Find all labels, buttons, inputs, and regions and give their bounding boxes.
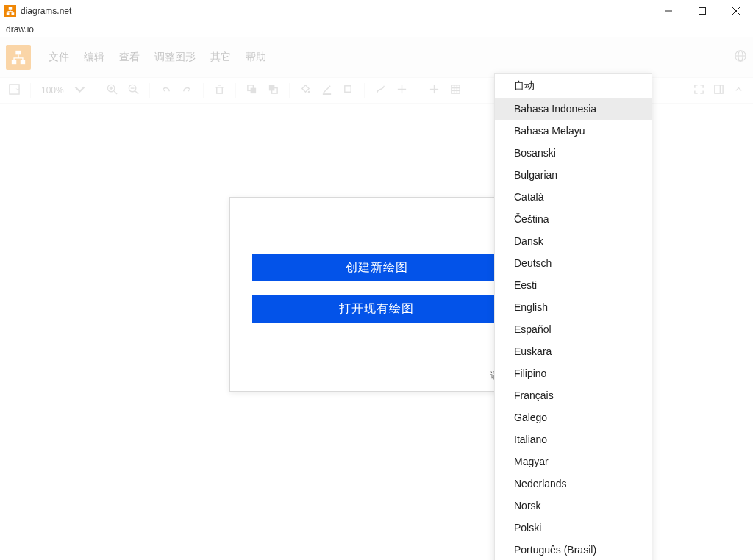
svg-rect-4 — [699, 8, 706, 15]
language-dropdown: 自动Bahasa IndonesiaBahasa MelayuBosanskiB… — [494, 73, 652, 560]
language-option[interactable]: Magyar — [495, 450, 652, 473]
language-option[interactable]: Galego — [495, 406, 652, 428]
language-option[interactable]: Català — [495, 186, 652, 208]
svg-rect-0 — [9, 7, 13, 10]
language-option[interactable]: English — [495, 296, 652, 318]
language-option[interactable]: Eesti — [495, 274, 652, 296]
language-option[interactable]: Nederlands — [495, 473, 652, 495]
language-option[interactable]: Bahasa Melayu — [495, 120, 652, 142]
language-option[interactable]: Dansk — [495, 230, 652, 252]
create-new-diagram-button[interactable]: 创建新绘图 — [252, 254, 501, 281]
language-option[interactable]: Français — [495, 384, 652, 406]
window-title: diagrams.net — [21, 6, 71, 16]
language-option[interactable]: Bulgarian — [495, 164, 652, 186]
app-icon — [4, 5, 16, 17]
window-minimize-button[interactable] — [652, 0, 685, 22]
language-option[interactable]: 自动 — [495, 74, 652, 98]
language-option[interactable]: Čeština — [495, 208, 652, 230]
language-option[interactable]: Filipino — [495, 362, 652, 384]
window-maximize-button[interactable] — [685, 0, 719, 22]
language-dropdown-scroll[interactable]: 自动Bahasa IndonesiaBahasa MelayuBosanskiB… — [495, 74, 652, 560]
splash-dialog: 创建新绘图 打开现有绘图 语言 — [229, 197, 524, 392]
language-option[interactable]: Italiano — [495, 428, 652, 450]
window-close-button[interactable] — [719, 0, 753, 22]
document-title: draw.io — [0, 22, 753, 37]
language-option[interactable]: Português (Brasil) — [495, 539, 652, 560]
language-option[interactable]: Norsk — [495, 495, 652, 517]
language-option[interactable]: Polski — [495, 517, 652, 539]
svg-rect-2 — [12, 12, 15, 15]
language-option[interactable]: Deutsch — [495, 252, 652, 274]
language-option[interactable]: Español — [495, 318, 652, 340]
language-option[interactable]: Euskara — [495, 340, 652, 362]
open-existing-diagram-button[interactable]: 打开现有绘图 — [252, 295, 501, 323]
svg-rect-1 — [7, 12, 10, 15]
language-option[interactable]: Bosanski — [495, 142, 652, 164]
language-option[interactable]: Bahasa Indonesia — [495, 98, 652, 120]
window-titlebar: diagrams.net — [0, 0, 753, 22]
